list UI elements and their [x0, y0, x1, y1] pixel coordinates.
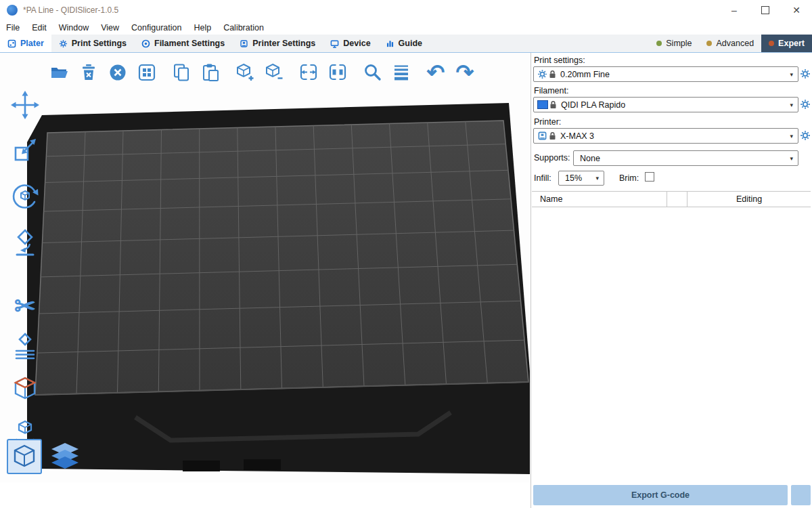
rotate-tool[interactable]	[9, 180, 41, 213]
objects-table-header: Name Editing	[532, 191, 811, 207]
app-window: *PA Line - QIDISlicer-1.0.5 – ✕ File Edi…	[0, 0, 812, 508]
remove-instance-icon	[264, 62, 284, 83]
chevron-down-icon: ▾	[591, 175, 604, 182]
mode-advanced-label: Advanced	[716, 39, 754, 48]
menu-edit[interactable]: Edit	[26, 23, 53, 33]
redo-button[interactable]: ↷	[453, 60, 477, 85]
delete-button[interactable]	[76, 60, 101, 85]
seam-icon	[9, 331, 41, 363]
paste-button[interactable]	[198, 60, 223, 85]
menubar: File Edit Window View Configuration Help…	[0, 20, 812, 35]
filament-select[interactable]: QIDI PLA Rapido ▾	[533, 97, 798, 112]
mode-expert[interactable]: Expert	[761, 35, 812, 52]
tab-print-settings-label: Print Settings	[72, 39, 127, 48]
chevron-down-icon: ▾	[785, 102, 798, 108]
support-paint-tool[interactable]	[9, 374, 41, 406]
split-to-parts-button[interactable]	[325, 60, 350, 85]
rotate-icon	[9, 180, 41, 213]
add-instance-icon	[235, 62, 255, 83]
export-options-button[interactable]	[791, 485, 811, 505]
tab-device-label: Device	[343, 39, 370, 48]
variable-layer-height-icon	[391, 62, 411, 83]
menu-configuration[interactable]: Configuration	[125, 23, 187, 33]
print-settings-value: 0.20mm Fine	[560, 70, 610, 79]
seam-tool[interactable]	[9, 331, 41, 363]
tab-print-settings[interactable]: Print Settings	[51, 35, 134, 52]
column-header-name[interactable]: Name	[532, 192, 667, 207]
move-tool[interactable]	[9, 89, 41, 121]
search-button[interactable]	[360, 60, 384, 85]
brim-checkbox[interactable]	[645, 172, 654, 182]
lock-icon	[549, 131, 556, 140]
place-on-face-tool[interactable]	[9, 226, 41, 259]
export-gcode-button[interactable]: Export G-code	[533, 485, 788, 505]
delete-all-icon	[108, 62, 128, 83]
printer-select[interactable]: X-MAX 3 ▾	[533, 128, 798, 144]
tab-guide[interactable]: Guide	[378, 35, 430, 52]
printer-icon	[537, 131, 547, 141]
open-icon	[49, 62, 70, 83]
infill-value: 15%	[565, 173, 582, 183]
tab-plater-label: Plater	[20, 39, 44, 48]
column-header-editing[interactable]: Editing	[687, 192, 811, 207]
variable-layer-height-button[interactable]	[389, 60, 413, 85]
tab-filament-settings[interactable]: Filament Settings	[134, 35, 232, 52]
tab-printer-settings[interactable]: Printer Settings	[232, 35, 323, 52]
undo-button[interactable]: ↶	[424, 60, 448, 85]
print-bed[interactable]	[0, 53, 531, 482]
printer-value: X-MAX 3	[560, 131, 594, 141]
view-3d-editor-button[interactable]	[7, 439, 42, 474]
mode-simple[interactable]: Simple	[649, 35, 699, 52]
print-settings-gear-button[interactable]	[799, 68, 811, 80]
menu-window[interactable]: Window	[53, 23, 95, 33]
filament-gear-button[interactable]	[799, 98, 811, 110]
close-icon[interactable]: ✕	[781, 0, 812, 20]
filament-value: QIDI PLA Rapido	[561, 100, 625, 110]
copy-icon	[171, 62, 191, 83]
open-button[interactable]	[47, 60, 72, 85]
menu-help[interactable]: Help	[187, 23, 217, 33]
window-controls: – ✕	[719, 0, 812, 20]
maximize-glyph	[761, 6, 769, 14]
guide-icon	[386, 39, 394, 48]
mode-expert-label: Expert	[778, 39, 805, 48]
maximize-icon[interactable]	[750, 0, 781, 20]
cut-tool[interactable]: ✂	[9, 290, 41, 322]
delete-all-button[interactable]	[106, 60, 130, 85]
scale-tool[interactable]	[9, 134, 41, 167]
supports-label: Supports:	[534, 153, 570, 163]
mode-advanced[interactable]: Advanced	[699, 35, 761, 52]
tab-plater[interactable]: Plater	[0, 35, 51, 52]
infill-select[interactable]: 15% ▾	[558, 171, 604, 186]
plater-icon	[7, 39, 16, 48]
tab-filament-settings-label: Filament Settings	[154, 39, 225, 48]
view-layers-preview-button[interactable]	[47, 439, 83, 474]
tab-device[interactable]: Device	[323, 35, 378, 52]
gear-icon	[800, 99, 811, 110]
editing-column-label: Editing	[736, 194, 762, 204]
add-instance-button[interactable]	[233, 60, 257, 85]
minimize-icon[interactable]: –	[719, 0, 750, 20]
menu-calibration[interactable]: Calibration	[217, 23, 270, 33]
copy-button[interactable]	[169, 60, 194, 85]
objects-table: Name Editing	[532, 191, 811, 481]
remove-instance-button[interactable]	[262, 60, 286, 85]
menu-view[interactable]: View	[95, 23, 125, 33]
gear-icon	[800, 68, 811, 79]
device-icon	[330, 39, 339, 48]
viewport-3d[interactable]: ↶ ↷ ✂	[0, 53, 531, 482]
arrange-button[interactable]	[135, 60, 159, 85]
place-on-face-icon	[9, 226, 41, 259]
filament-settings-icon	[141, 39, 150, 48]
arrange-icon	[137, 62, 157, 83]
paste-icon	[200, 62, 221, 83]
printer-gear-button[interactable]	[799, 129, 811, 142]
split-to-objects-button[interactable]	[296, 60, 321, 85]
objects-list[interactable]	[532, 207, 811, 481]
print-settings-select[interactable]: 0.20mm Fine ▾	[533, 66, 798, 82]
menu-file[interactable]: File	[0, 23, 26, 33]
print-settings-label: Print settings:	[534, 56, 585, 65]
filament-label: Filament:	[534, 86, 568, 96]
supports-select[interactable]: None ▾	[573, 150, 798, 166]
mode-simple-label: Simple	[666, 39, 692, 48]
